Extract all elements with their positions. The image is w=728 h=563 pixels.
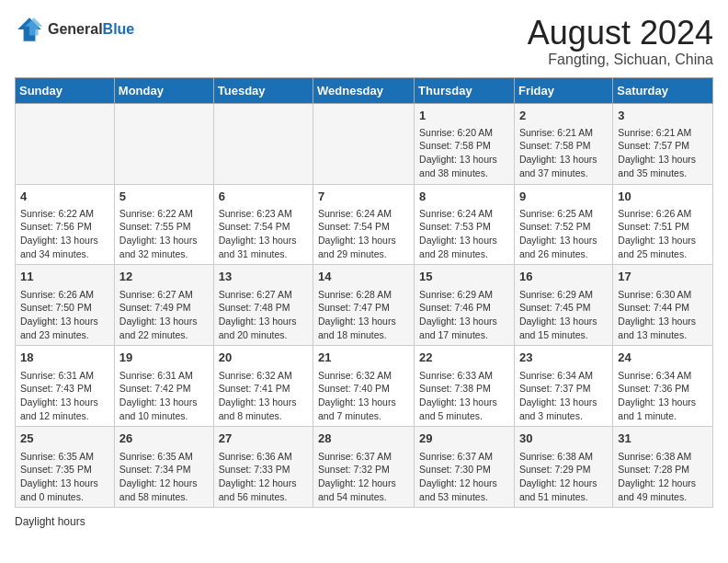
day-info: Sunrise: 6:31 AM Sunset: 7:42 PM Dayligh… xyxy=(119,369,209,423)
col-sunday: Sunday xyxy=(16,77,115,103)
calendar-cell: 7Sunrise: 6:24 AM Sunset: 7:54 PM Daylig… xyxy=(313,184,415,265)
calendar-cell: 26Sunrise: 6:35 AM Sunset: 7:34 PM Dayli… xyxy=(114,427,213,508)
day-info: Sunrise: 6:32 AM Sunset: 7:41 PM Dayligh… xyxy=(219,369,308,423)
day-info: Sunrise: 6:29 AM Sunset: 7:46 PM Dayligh… xyxy=(419,288,509,342)
calendar-week-3: 11Sunrise: 6:26 AM Sunset: 7:50 PM Dayli… xyxy=(16,265,713,346)
day-number: 27 xyxy=(219,431,308,447)
subtitle: Fangting, Sichuan, China xyxy=(528,52,713,68)
calendar-week-4: 18Sunrise: 6:31 AM Sunset: 7:43 PM Dayli… xyxy=(16,346,713,427)
day-number: 13 xyxy=(219,269,308,285)
footer-label: Daylight hours xyxy=(15,515,85,528)
calendar-cell: 23Sunrise: 6:34 AM Sunset: 7:37 PM Dayli… xyxy=(514,346,612,427)
col-monday: Monday xyxy=(114,77,213,103)
day-number: 2 xyxy=(519,108,608,124)
calendar-week-2: 4Sunrise: 6:22 AM Sunset: 7:56 PM Daylig… xyxy=(16,184,713,265)
calendar-cell: 12Sunrise: 6:27 AM Sunset: 7:49 PM Dayli… xyxy=(114,265,213,346)
day-number: 14 xyxy=(318,269,409,285)
calendar-cell: 16Sunrise: 6:29 AM Sunset: 7:45 PM Dayli… xyxy=(514,265,612,346)
day-number: 8 xyxy=(419,189,509,205)
day-info: Sunrise: 6:35 AM Sunset: 7:34 PM Dayligh… xyxy=(119,450,209,504)
calendar-cell: 31Sunrise: 6:38 AM Sunset: 7:28 PM Dayli… xyxy=(613,427,713,508)
col-wednesday: Wednesday xyxy=(313,77,415,103)
day-info: Sunrise: 6:31 AM Sunset: 7:43 PM Dayligh… xyxy=(20,369,109,423)
day-number: 21 xyxy=(318,350,409,366)
calendar-cell: 22Sunrise: 6:33 AM Sunset: 7:38 PM Dayli… xyxy=(415,346,515,427)
calendar-cell: 30Sunrise: 6:38 AM Sunset: 7:29 PM Dayli… xyxy=(514,427,612,508)
day-info: Sunrise: 6:21 AM Sunset: 7:58 PM Dayligh… xyxy=(519,126,608,180)
day-info: Sunrise: 6:24 AM Sunset: 7:54 PM Dayligh… xyxy=(318,207,409,261)
day-number: 9 xyxy=(519,189,608,205)
col-saturday: Saturday xyxy=(613,77,713,103)
day-number: 23 xyxy=(519,350,608,366)
day-info: Sunrise: 6:27 AM Sunset: 7:49 PM Dayligh… xyxy=(119,288,209,342)
calendar-week-1: 1Sunrise: 6:20 AM Sunset: 7:58 PM Daylig… xyxy=(16,103,713,184)
day-info: Sunrise: 6:22 AM Sunset: 7:55 PM Dayligh… xyxy=(119,207,209,261)
day-info: Sunrise: 6:38 AM Sunset: 7:28 PM Dayligh… xyxy=(618,450,708,504)
calendar-cell: 9Sunrise: 6:25 AM Sunset: 7:52 PM Daylig… xyxy=(514,184,612,265)
calendar-cell: 28Sunrise: 6:37 AM Sunset: 7:32 PM Dayli… xyxy=(313,427,415,508)
day-info: Sunrise: 6:37 AM Sunset: 7:32 PM Dayligh… xyxy=(318,450,409,504)
day-number: 16 xyxy=(519,269,608,285)
day-info: Sunrise: 6:26 AM Sunset: 7:51 PM Dayligh… xyxy=(618,207,708,261)
calendar-cell: 4Sunrise: 6:22 AM Sunset: 7:56 PM Daylig… xyxy=(16,184,115,265)
day-info: Sunrise: 6:22 AM Sunset: 7:56 PM Dayligh… xyxy=(20,207,109,261)
calendar-cell: 3Sunrise: 6:21 AM Sunset: 7:57 PM Daylig… xyxy=(613,103,713,184)
day-info: Sunrise: 6:26 AM Sunset: 7:50 PM Dayligh… xyxy=(20,288,109,342)
day-info: Sunrise: 6:29 AM Sunset: 7:45 PM Dayligh… xyxy=(519,288,608,342)
day-number: 31 xyxy=(618,431,708,447)
calendar-header: Sunday Monday Tuesday Wednesday Thursday… xyxy=(16,77,713,103)
day-number: 24 xyxy=(618,350,708,366)
calendar-table: Sunday Monday Tuesday Wednesday Thursday… xyxy=(15,77,713,509)
logo-text: GeneralBlue xyxy=(48,21,134,38)
day-info: Sunrise: 6:32 AM Sunset: 7:40 PM Dayligh… xyxy=(318,369,409,423)
day-info: Sunrise: 6:35 AM Sunset: 7:35 PM Dayligh… xyxy=(20,450,109,504)
day-number: 19 xyxy=(119,350,209,366)
calendar-cell xyxy=(313,103,415,184)
calendar-cell: 1Sunrise: 6:20 AM Sunset: 7:58 PM Daylig… xyxy=(415,103,515,184)
day-number: 1 xyxy=(419,108,509,124)
day-number: 28 xyxy=(318,431,409,447)
calendar-week-5: 25Sunrise: 6:35 AM Sunset: 7:35 PM Dayli… xyxy=(16,427,713,508)
day-info: Sunrise: 6:34 AM Sunset: 7:36 PM Dayligh… xyxy=(618,369,708,423)
day-number: 6 xyxy=(219,189,308,205)
day-info: Sunrise: 6:30 AM Sunset: 7:44 PM Dayligh… xyxy=(618,288,708,342)
calendar-body: 1Sunrise: 6:20 AM Sunset: 7:58 PM Daylig… xyxy=(16,103,713,508)
footer: Daylight hours xyxy=(15,515,713,528)
calendar-cell: 13Sunrise: 6:27 AM Sunset: 7:48 PM Dayli… xyxy=(213,265,313,346)
day-number: 22 xyxy=(419,350,509,366)
day-number: 12 xyxy=(119,269,209,285)
day-info: Sunrise: 6:36 AM Sunset: 7:33 PM Dayligh… xyxy=(219,450,308,504)
calendar-cell xyxy=(213,103,313,184)
day-info: Sunrise: 6:27 AM Sunset: 7:48 PM Dayligh… xyxy=(219,288,308,342)
calendar-cell: 17Sunrise: 6:30 AM Sunset: 7:44 PM Dayli… xyxy=(613,265,713,346)
day-info: Sunrise: 6:25 AM Sunset: 7:52 PM Dayligh… xyxy=(519,207,608,261)
calendar-cell: 25Sunrise: 6:35 AM Sunset: 7:35 PM Dayli… xyxy=(16,427,115,508)
day-number: 29 xyxy=(419,431,509,447)
day-number: 30 xyxy=(519,431,608,447)
calendar-cell: 15Sunrise: 6:29 AM Sunset: 7:46 PM Dayli… xyxy=(415,265,515,346)
day-number: 5 xyxy=(119,189,209,205)
logo-icon xyxy=(15,15,44,44)
calendar-cell: 27Sunrise: 6:36 AM Sunset: 7:33 PM Dayli… xyxy=(213,427,313,508)
day-number: 17 xyxy=(618,269,708,285)
calendar-cell: 8Sunrise: 6:24 AM Sunset: 7:53 PM Daylig… xyxy=(415,184,515,265)
day-number: 15 xyxy=(419,269,509,285)
day-info: Sunrise: 6:28 AM Sunset: 7:47 PM Dayligh… xyxy=(318,288,409,342)
title-block: August 2024 Fangting, Sichuan, China xyxy=(528,15,713,68)
day-info: Sunrise: 6:37 AM Sunset: 7:30 PM Dayligh… xyxy=(419,450,509,504)
day-number: 18 xyxy=(20,350,109,366)
col-tuesday: Tuesday xyxy=(213,77,313,103)
day-number: 20 xyxy=(219,350,308,366)
calendar-cell: 20Sunrise: 6:32 AM Sunset: 7:41 PM Dayli… xyxy=(213,346,313,427)
day-info: Sunrise: 6:20 AM Sunset: 7:58 PM Dayligh… xyxy=(419,126,509,180)
calendar-cell: 10Sunrise: 6:26 AM Sunset: 7:51 PM Dayli… xyxy=(613,184,713,265)
day-number: 25 xyxy=(20,431,109,447)
calendar-cell: 2Sunrise: 6:21 AM Sunset: 7:58 PM Daylig… xyxy=(514,103,612,184)
calendar-cell: 11Sunrise: 6:26 AM Sunset: 7:50 PM Dayli… xyxy=(16,265,115,346)
col-friday: Friday xyxy=(514,77,612,103)
calendar-cell: 24Sunrise: 6:34 AM Sunset: 7:36 PM Dayli… xyxy=(613,346,713,427)
day-info: Sunrise: 6:21 AM Sunset: 7:57 PM Dayligh… xyxy=(618,126,708,180)
calendar-cell: 21Sunrise: 6:32 AM Sunset: 7:40 PM Dayli… xyxy=(313,346,415,427)
header-row: Sunday Monday Tuesday Wednesday Thursday… xyxy=(16,77,713,103)
calendar-cell: 19Sunrise: 6:31 AM Sunset: 7:42 PM Dayli… xyxy=(114,346,213,427)
